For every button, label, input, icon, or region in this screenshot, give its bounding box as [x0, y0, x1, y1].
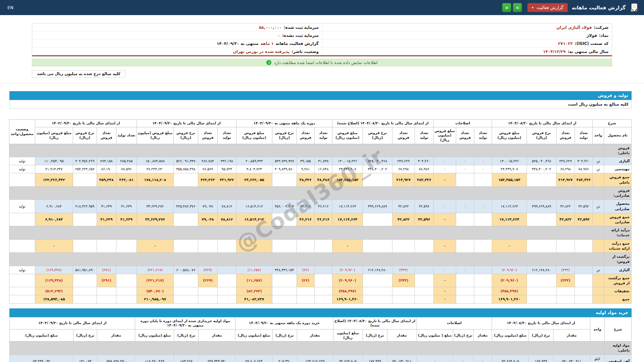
value-cell: ۳۳۶,۱۹۸: [217, 157, 236, 165]
page-title: گزارش فعالیت ماهانه: [572, 5, 626, 11]
report-nav-buttons: > <: [502, 3, 522, 12]
info-row: نماد: فولاژ سرمایه ثبت نشده: ۰: [32, 31, 612, 39]
value-cell: ۱۲۴,۶۱۲,۶۲۹: [297, 355, 333, 362]
nav-back-button[interactable]: <: [502, 3, 511, 12]
unit-header: واحد: [590, 317, 604, 342]
data-row: آلیاژیتن۳۰۴,۴۶۰۲۴۷,۶۲۹۵۲۵,۰۴۰,۴۶۸۱۳۰,۰۱۵…: [9, 157, 631, 165]
value-cell: ۰: [456, 266, 474, 274]
section-label: فروش داخلی:: [604, 144, 632, 157]
value-cell: [217, 295, 236, 303]
value-cell: ۳۱,۶۳۹: [116, 213, 137, 226]
period-group-header: اصلاحات: [433, 120, 492, 127]
language-toggle-en[interactable]: EN: [7, 5, 13, 10]
value-cell: [73, 239, 97, 252]
value-cell: ۳۳,۶۲۹,۲۷۶: [137, 213, 173, 226]
company-name-value: فولاد آلیاژی ایران: [556, 25, 592, 30]
value-cell: [474, 239, 492, 252]
value-cell: ۲۸۶,۷۸۴: [198, 157, 217, 165]
value-cell: ۴۲,۵۹۶: [415, 200, 433, 213]
value-cell: ۴۰۹,۸۳۹,۷۸۰: [272, 165, 297, 173]
value-cell: ۴۲۵,۴۸۲,۳۷۶: [173, 200, 198, 213]
status-cell: تولید: [9, 165, 35, 173]
value-cell: [556, 295, 575, 303]
value-cell: [363, 173, 392, 186]
report-type-dropdown[interactable]: گزارش فعالیت ▾: [527, 3, 568, 12]
section-label: مواد اولیه داخلی:: [604, 342, 631, 355]
value-cell: (۸۲,۲۷۳): [236, 287, 272, 295]
value-cell: [456, 213, 474, 226]
value-cell: (۳۴۳): [556, 266, 575, 274]
section-fill: [9, 226, 604, 239]
sum-row: جمع۱۶۹,۹۰۱,۳۶۰۰۱۶۹,۹۰۱,۳۶۰۴۱,۰۸۳,۷۳۷۲۱۰,…: [9, 295, 631, 303]
value-cell: ۳۰۴,۴۶۰: [575, 157, 593, 165]
value-cell: ۱۷,۱۱۴,۶۶۴: [332, 200, 363, 213]
measure-header: تعداد تولید: [575, 127, 593, 144]
measure-header: مقدار: [97, 329, 135, 341]
value-cell: [116, 239, 137, 252]
value-cell: ۵۳۲,۷۳۷,۳۷۷: [272, 157, 297, 165]
unit-cell: [593, 173, 604, 186]
value-cell: ۳۴۸,۳۰۰,۲۰۲: [527, 165, 556, 173]
measure-header: مبلغ فروش (میلیون ریال): [137, 127, 173, 144]
value-cell: [575, 287, 593, 295]
value-cell: (۳۶۹): [198, 274, 217, 287]
measure-header: تعداد فروش: [456, 127, 474, 144]
value-cell: ۲۱۸,۴۲۲,۹۵۹: [73, 200, 97, 213]
value-cell: ۳۱,۶۳۹: [116, 200, 137, 213]
section-row: مواد اولیه داخلی:: [10, 342, 632, 355]
value-cell: ۵۲۰,۷۳۰,۹۱۱: [553, 355, 590, 362]
value-cell: [314, 239, 332, 252]
materials-table: شرحواحداز ابتدای سال مالی تا تاریخ ۱۴۰۴/…: [9, 317, 632, 362]
value-cell: (۲۹۱): [97, 274, 116, 287]
section-label: فروش صادراتی:: [604, 186, 632, 199]
value-cell: [363, 239, 392, 252]
measure-header: مبلغ (میلیون ریال): [135, 329, 174, 341]
measure-header: تعداد تولید: [474, 127, 492, 144]
value-cell: ۲۴,۶۶۳,۰۵۵: [236, 173, 272, 186]
value-cell: ۲۴۷,۶۲۹: [392, 157, 415, 165]
value-cell: [456, 274, 474, 287]
unit-cell: [593, 274, 604, 287]
value-cell: (۲۰۹,۹۶۰): [492, 266, 527, 274]
data-row: آلیاژیتن(۳۴۳)۶۱۲,۱۲۸,۲۸۰(۲۰۹,۹۶۰)۰۰(۳۴۳)…: [9, 266, 631, 274]
value-cell: [314, 266, 332, 274]
value-cell: [272, 287, 297, 295]
measure-header: مبلغ (میلیون ریال): [333, 329, 363, 341]
status-cell: [9, 239, 35, 252]
section-fill: [9, 253, 604, 266]
value-cell: (۵۱۳,۶۹۳): [35, 287, 73, 295]
value-cell: ۲۳,۴۳۹,۹۰۷: [492, 165, 527, 173]
desc-header: شرح: [604, 317, 631, 342]
value-cell: ۳۸۳,۴۳۶: [415, 173, 433, 186]
value-cell: ۰: [433, 157, 456, 165]
product-name-cell: محصول صادراتی: [604, 200, 632, 213]
unit-cell: کیلو گرم: [590, 355, 604, 362]
value-cell: [173, 213, 198, 226]
measure-header: مقدار: [473, 329, 492, 341]
section-raw-materials: خرید مواد اولیه: [9, 308, 632, 317]
measure-header: مبلغ (میلیون ریال): [235, 329, 272, 341]
product-name-cell: مهندسی: [604, 165, 632, 173]
section-production-sales: تولید و فروش: [9, 91, 632, 100]
measure-header: نرخ (ریال): [272, 329, 297, 341]
value-cell: [314, 295, 332, 303]
sum-row: جمع درآمد ارائه خدمات۰۰۰۰۰۰: [9, 239, 631, 252]
value-cell: ۵۸۱,۹۵۱,۸۹۰: [73, 266, 97, 274]
measure-header: نرخ فروش (ریال): [527, 127, 556, 144]
measure-header: مبلغ فروش (میلیون ریال): [236, 127, 272, 144]
measure-header: مبلغ (میلیون ریال): [492, 329, 529, 341]
value-cell: ۴۲,۵۹۶: [415, 213, 433, 226]
value-cell: ۴۲,۸۲۲: [392, 213, 415, 226]
report-dropdown-label: گزارش فعالیت: [536, 5, 563, 10]
value-cell: [527, 173, 556, 186]
value-cell: (۲۲۱,۶۱۷): [137, 266, 173, 274]
product-name-cell: جمع درآمد ارائه خدمات: [604, 239, 632, 252]
value-cell: ۳۸۳,۴۳۶: [575, 173, 593, 186]
product-name-cell: جمع: [604, 295, 632, 303]
value-cell: [415, 239, 433, 252]
period-group-header: از ابتدای سال مالی تا تاریخ ۱۴۰۴/۰۸/۳۰ (…: [333, 317, 417, 329]
value-cell: ۴۸,۴۸۶: [314, 173, 332, 186]
value-cell: ۲۰۵,۴۹۰: [272, 355, 297, 362]
measure-header: تعداد تولید: [415, 127, 433, 144]
nav-forward-button[interactable]: >: [513, 3, 522, 12]
